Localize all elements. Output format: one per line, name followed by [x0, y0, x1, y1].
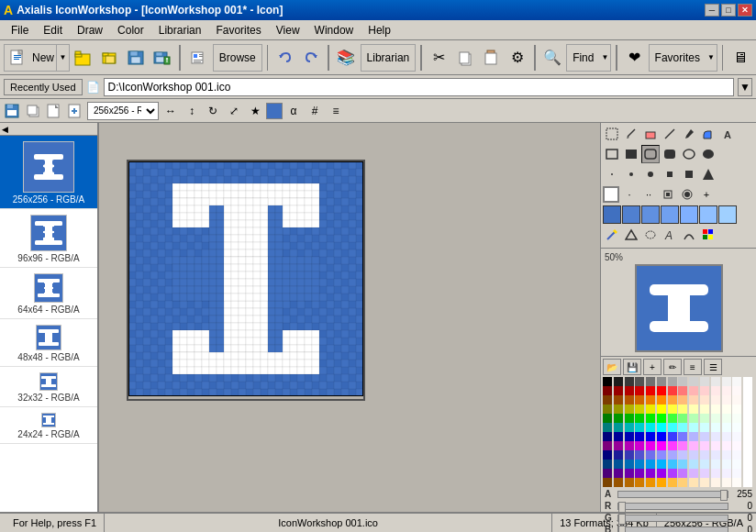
color-cell[interactable] — [700, 469, 709, 478]
color-cell[interactable] — [603, 460, 612, 469]
color-cell[interactable] — [635, 377, 644, 386]
color-cell[interactable] — [722, 450, 731, 460]
color-cell[interactable] — [625, 441, 634, 450]
find-button[interactable]: Find ▼ — [566, 44, 611, 72]
color-cell[interactable] — [700, 377, 709, 386]
find-dropdown-arrow[interactable]: ▼ — [599, 53, 610, 61]
color-cell[interactable] — [722, 478, 731, 487]
color-cell[interactable] — [625, 405, 634, 414]
tool-brush-5[interactable] — [680, 165, 698, 183]
address-input[interactable] — [104, 78, 734, 96]
settings-button[interactable]: ⚙ — [505, 44, 529, 72]
color-cell[interactable] — [732, 405, 741, 414]
color-cell[interactable] — [689, 469, 698, 478]
menu-favorites[interactable]: Favorites — [208, 22, 268, 39]
color-cell[interactable] — [646, 432, 655, 441]
title-bar-controls[interactable]: ─ □ ✕ — [705, 4, 752, 17]
color-cell[interactable] — [625, 395, 634, 405]
color-cell[interactable] — [657, 478, 666, 487]
slider-B-thumb[interactable] — [618, 526, 626, 533]
color-swatch-blue[interactable] — [603, 205, 621, 224]
monitor-button[interactable]: 🖥 — [728, 44, 752, 72]
color-cell[interactable] — [743, 377, 752, 386]
color-cell[interactable] — [732, 460, 741, 469]
color-cell[interactable] — [678, 377, 687, 386]
palette-list-btn[interactable]: ≡ — [684, 359, 702, 375]
color-cell[interactable] — [625, 432, 634, 441]
color-cell[interactable] — [743, 405, 752, 414]
color-cell[interactable] — [700, 414, 709, 423]
open-button[interactable] — [72, 44, 96, 72]
color-cell[interactable] — [614, 405, 623, 414]
color-cell[interactable] — [722, 386, 731, 395]
tool-extra-3[interactable] — [659, 185, 677, 204]
color-cell[interactable] — [603, 478, 612, 487]
color-cell[interactable] — [743, 432, 752, 441]
icon-item-96[interactable]: 96x96 - RGB/A — [0, 209, 97, 268]
color-cell[interactable] — [689, 377, 698, 386]
tool-curve[interactable] — [680, 226, 698, 244]
color-cell[interactable] — [646, 386, 655, 395]
new-size-btn[interactable] — [44, 101, 64, 121]
color-cell[interactable] — [657, 460, 666, 469]
tool-brush-3[interactable] — [641, 165, 660, 183]
color-cell[interactable] — [689, 395, 698, 405]
tool-line[interactable] — [661, 125, 679, 143]
color-cell[interactable] — [711, 423, 720, 432]
browse-icon-btn[interactable] — [185, 44, 211, 72]
color-cell[interactable] — [678, 414, 687, 423]
resize-btn[interactable]: ⤢ — [224, 101, 244, 121]
color-cell[interactable] — [678, 450, 687, 460]
color-cell[interactable] — [614, 441, 623, 450]
color-cell[interactable] — [625, 377, 634, 386]
color-cell[interactable] — [657, 395, 666, 405]
tool-brush-6[interactable] — [699, 165, 717, 183]
tool-extra-5[interactable]: + — [697, 185, 716, 204]
color-cell[interactable] — [689, 386, 698, 395]
tool-rect-fill[interactable] — [622, 145, 640, 163]
color-cell[interactable] — [668, 478, 677, 487]
find-icon-btn[interactable]: 🔍 — [540, 44, 565, 72]
color-cell[interactable] — [603, 386, 612, 395]
menu-view[interactable]: View — [269, 22, 307, 39]
color-cell[interactable] — [635, 450, 644, 460]
slider-B-track[interactable] — [617, 526, 728, 533]
color-cell[interactable] — [732, 441, 741, 450]
color-cell[interactable] — [657, 405, 666, 414]
color-cell[interactable] — [700, 478, 709, 487]
color-cell[interactable] — [614, 478, 623, 487]
pixel-canvas[interactable] — [128, 161, 363, 396]
color-cell[interactable] — [614, 414, 623, 423]
icon-list-collapse[interactable]: ◀ — [2, 125, 8, 134]
menu-librarian[interactable]: Librarian — [151, 22, 209, 39]
color-cell[interactable] — [743, 460, 752, 469]
color-cell[interactable] — [625, 414, 634, 423]
color-cell[interactable] — [646, 395, 655, 405]
color-cell[interactable] — [689, 414, 698, 423]
color-cell[interactable] — [603, 441, 612, 450]
color-cell[interactable] — [614, 432, 623, 441]
cut-button[interactable]: ✂ — [427, 44, 451, 72]
fg-color-swatch[interactable] — [603, 186, 619, 203]
color-cell[interactable] — [743, 395, 752, 405]
palette-new-btn[interactable]: + — [643, 359, 662, 375]
color-cell[interactable] — [732, 386, 741, 395]
color-cell[interactable] — [646, 450, 655, 460]
color-cell[interactable] — [732, 423, 741, 432]
flip-h-btn[interactable]: ↔ — [161, 101, 181, 121]
color-cell[interactable] — [732, 450, 741, 460]
tool-select-rect[interactable] — [603, 125, 621, 143]
rotate-btn[interactable]: ↻ — [203, 101, 223, 121]
address-dropdown[interactable]: ▼ — [738, 78, 752, 96]
color-cell[interactable] — [635, 460, 644, 469]
color-cell[interactable] — [657, 414, 666, 423]
color-cell[interactable] — [743, 450, 752, 460]
color-cell[interactable] — [732, 432, 741, 441]
tool-pencil[interactable] — [622, 125, 640, 143]
tool-ellipse[interactable] — [680, 145, 698, 163]
color-cell[interactable] — [603, 405, 612, 414]
tool-paint-bucket[interactable] — [699, 125, 717, 143]
color-cell[interactable] — [668, 386, 677, 395]
slider-R-thumb[interactable] — [618, 502, 626, 513]
color-cell[interactable] — [722, 432, 731, 441]
